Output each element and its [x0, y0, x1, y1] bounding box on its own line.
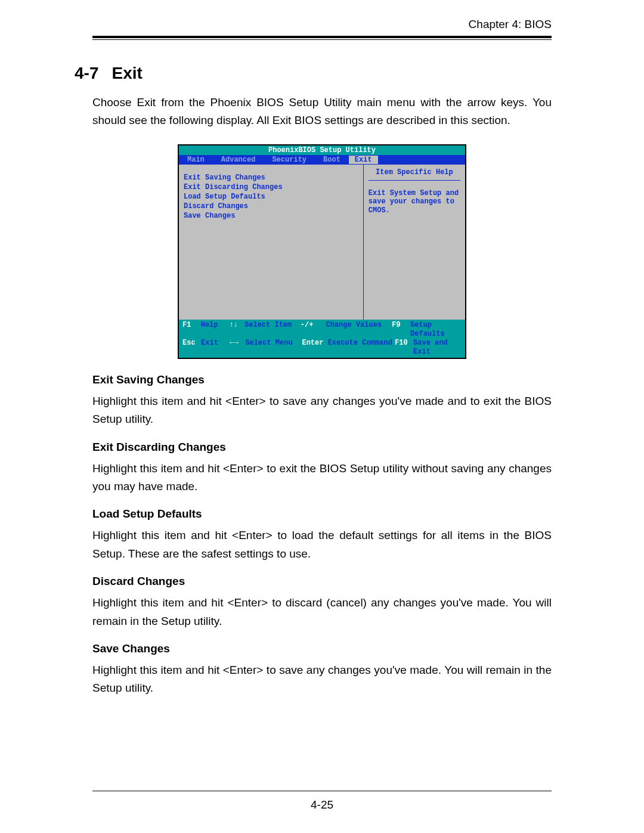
bios-footer-row: F1 Help ↑↓ Select Item -/+ Change Values… [182, 321, 462, 339]
bios-help-body: Exit System Setup and save your changes … [369, 189, 460, 215]
bios-menubar: Main Advanced Security Boot Exit [179, 155, 465, 165]
footer-label: Change Values [326, 321, 392, 339]
footer-key: Esc [182, 339, 201, 357]
footer-label: Setup Defaults [410, 321, 462, 339]
bios-item: Exit Discarding Changes [184, 182, 358, 192]
footer-label: Save and Exit [413, 339, 462, 357]
subsection-body: Highlight this item and hit <Enter> to l… [92, 527, 552, 563]
footer-key: F1 [182, 321, 201, 339]
subsection-body: Highlight this item and hit <Enter> to s… [92, 392, 552, 429]
bios-menu-exit: Exit [349, 156, 378, 164]
bios-menu-security: Security [264, 156, 315, 164]
section-title: Exit [112, 64, 142, 82]
footer-key: Enter [302, 339, 327, 357]
footer-key: F10 [395, 339, 413, 357]
bios-menu-boot: Boot [315, 156, 349, 164]
footer-label: Exit [201, 339, 230, 357]
bios-body: Exit Saving Changes Exit Discarding Chan… [179, 165, 465, 320]
bios-footer: F1 Help ↑↓ Select Item -/+ Change Values… [179, 320, 465, 358]
subsection-body: Highlight this item and hit <Enter> to d… [92, 594, 552, 630]
subsection-heading: Exit Saving Changes [92, 373, 552, 386]
bios-footer-row: Esc Exit ←→ Select Menu Enter Execute Co… [182, 339, 462, 357]
bios-item: Load Setup Defaults [184, 192, 358, 202]
section-number: 4-7 [75, 64, 98, 82]
subsection-heading: Discard Changes [92, 575, 552, 588]
intro-paragraph: Choose Exit from the Phoenix BIOS Setup … [92, 94, 552, 130]
footer-key: -/+ [301, 321, 326, 339]
bios-help-title: Item Specific Help [369, 168, 460, 181]
header-rule [92, 36, 552, 40]
footer-key: F9 [392, 321, 410, 339]
footer-label: Help [201, 321, 230, 339]
bios-item: Discard Changes [184, 202, 358, 211]
subsection-heading: Save Changes [92, 642, 552, 655]
subsection-heading: Load Setup Defaults [92, 507, 552, 521]
footer-label: Select Item [244, 321, 301, 339]
chapter-header: Chapter 4: BIOS [92, 18, 552, 31]
bios-screenshot: PhoenixBIOS Setup Utility Main Advanced … [178, 144, 466, 359]
footer-label: Execute Command [328, 339, 395, 357]
footer-rule [92, 791, 552, 791]
subsection-body: Highlight this item and hit <Enter> to s… [92, 661, 552, 698]
bios-item: Save Changes [184, 211, 358, 221]
footer-key: ↑↓ [229, 321, 244, 339]
section-heading: 4-7Exit [75, 64, 552, 83]
bios-item: Exit Saving Changes [184, 173, 358, 182]
footer-key: ←→ [230, 339, 246, 357]
subsection-body: Highlight this item and hit <Enter> to e… [92, 460, 552, 496]
footer-label: Select Menu [245, 339, 302, 357]
bios-menu-advanced: Advanced [213, 156, 264, 164]
subsection-heading: Exit Discarding Changes [92, 441, 552, 454]
page-number: 4-25 [0, 798, 644, 812]
bios-left-panel: Exit Saving Changes Exit Discarding Chan… [179, 165, 364, 320]
bios-help-panel: Item Specific Help Exit System Setup and… [364, 165, 465, 320]
bios-menu-main: Main [179, 156, 213, 164]
bios-title: PhoenixBIOS Setup Utility [179, 145, 465, 155]
